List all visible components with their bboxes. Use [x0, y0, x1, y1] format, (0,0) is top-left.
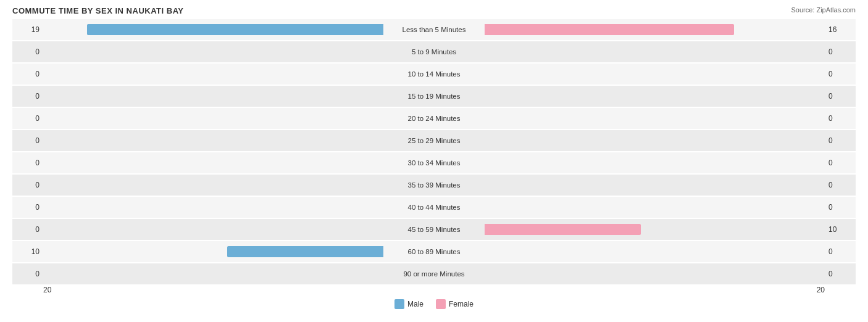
male-bar-wrap	[43, 197, 385, 218]
female-bar	[485, 24, 734, 35]
table-row: 19 Less than 5 Minutes 16	[12, 19, 856, 40]
bars-section: 30 to 34 Minutes	[43, 152, 825, 173]
female-bar-wrap	[483, 219, 825, 240]
male-bar-wrap	[43, 86, 385, 107]
male-value: 0	[12, 114, 43, 123]
row-label: Less than 5 Minutes	[385, 26, 483, 33]
female-bar-wrap	[483, 241, 825, 262]
row-label: 15 to 19 Minutes	[385, 93, 483, 100]
bars-section: 45 to 59 Minutes	[43, 219, 825, 240]
axis-labels: 20 20	[12, 286, 856, 294]
male-bar-wrap	[43, 130, 385, 151]
row-label: 60 to 89 Minutes	[385, 248, 483, 255]
female-value: 0	[825, 203, 856, 212]
table-row: 0 40 to 44 Minutes 0	[12, 197, 856, 218]
bars-section: 20 to 24 Minutes	[43, 108, 825, 129]
legend-female: Female	[436, 299, 474, 309]
table-row: 0 45 to 59 Minutes 10	[12, 219, 856, 240]
row-label: 90 or more Minutes	[385, 270, 483, 278]
male-value: 0	[12, 181, 43, 189]
row-label: 25 to 29 Minutes	[385, 137, 483, 144]
female-bar-wrap	[483, 86, 825, 107]
row-label: 5 to 9 Minutes	[385, 48, 483, 56]
male-bar	[87, 24, 383, 35]
female-value: 16	[825, 25, 856, 34]
male-bar-wrap	[43, 19, 385, 40]
table-row: 0 15 to 19 Minutes 0	[12, 86, 856, 107]
female-bar-wrap	[483, 175, 825, 196]
bars-section: 5 to 9 Minutes	[43, 41, 825, 62]
bars-section: 10 to 14 Minutes	[43, 64, 825, 85]
legend: Male Female	[12, 299, 856, 309]
female-value: 0	[825, 181, 856, 189]
source-label: Source: ZipAtlas.com	[791, 6, 856, 14]
female-bar-wrap	[483, 152, 825, 173]
bars-section: 25 to 29 Minutes	[43, 130, 825, 151]
bars-section: 60 to 89 Minutes	[43, 241, 825, 262]
male-value: 10	[12, 247, 43, 256]
row-label: 40 to 44 Minutes	[385, 204, 483, 211]
row-label: 45 to 59 Minutes	[385, 226, 483, 233]
legend-male-box	[394, 299, 404, 309]
male-value: 0	[12, 92, 43, 101]
bars-section: Less than 5 Minutes	[43, 19, 825, 40]
female-bar-wrap	[483, 19, 825, 40]
legend-female-label: Female	[449, 300, 474, 308]
female-value: 0	[825, 114, 856, 123]
female-value: 0	[825, 247, 856, 256]
female-bar-wrap	[483, 41, 825, 62]
male-bar	[227, 246, 383, 257]
female-bar-wrap	[483, 263, 825, 284]
female-bar	[485, 224, 641, 235]
male-bar-wrap	[43, 175, 385, 196]
male-value: 0	[12, 159, 43, 167]
chart-area: 19 Less than 5 Minutes 16 0 5 to 9 Minut…	[12, 19, 856, 284]
female-value: 0	[825, 159, 856, 167]
female-bar-wrap	[483, 197, 825, 218]
table-row: 0 5 to 9 Minutes 0	[12, 41, 856, 62]
female-value: 10	[825, 225, 856, 234]
legend-female-box	[436, 299, 446, 309]
bars-section: 40 to 44 Minutes	[43, 197, 825, 218]
male-bar-wrap	[43, 263, 385, 284]
male-bar-wrap	[43, 108, 385, 129]
bars-section: 15 to 19 Minutes	[43, 86, 825, 107]
male-bar-wrap	[43, 241, 385, 262]
male-value: 0	[12, 225, 43, 234]
legend-male: Male	[394, 299, 424, 309]
male-bar-wrap	[43, 64, 385, 85]
male-value: 0	[12, 270, 43, 278]
male-value: 19	[12, 25, 43, 34]
female-value: 0	[825, 136, 856, 145]
legend-male-label: Male	[407, 300, 424, 308]
chart-title: COMMUTE TIME BY SEX IN NAUKATI BAY	[12, 6, 856, 15]
table-row: 0 30 to 34 Minutes 0	[12, 152, 856, 173]
chart-container: COMMUTE TIME BY SEX IN NAUKATI BAY Sourc…	[0, 0, 868, 322]
table-row: 0 20 to 24 Minutes 0	[12, 108, 856, 129]
male-value: 0	[12, 203, 43, 212]
male-value: 0	[12, 47, 43, 56]
table-row: 0 25 to 29 Minutes 0	[12, 130, 856, 151]
table-row: 0 90 or more Minutes 0	[12, 263, 856, 284]
female-bar-wrap	[483, 64, 825, 85]
male-value: 0	[12, 136, 43, 145]
row-label: 20 to 24 Minutes	[385, 115, 483, 122]
axis-right: 20	[817, 286, 825, 294]
axis-left: 20	[43, 286, 51, 294]
row-label: 10 to 14 Minutes	[385, 70, 483, 78]
male-value: 0	[12, 70, 43, 78]
male-bar-wrap	[43, 152, 385, 173]
male-bar-wrap	[43, 41, 385, 62]
table-row: 10 60 to 89 Minutes 0	[12, 241, 856, 262]
female-bar-wrap	[483, 130, 825, 151]
female-value: 0	[825, 92, 856, 101]
female-value: 0	[825, 47, 856, 56]
bars-section: 90 or more Minutes	[43, 263, 825, 284]
table-row: 0 10 to 14 Minutes 0	[12, 64, 856, 85]
female-value: 0	[825, 270, 856, 278]
female-value: 0	[825, 70, 856, 78]
bars-section: 35 to 39 Minutes	[43, 175, 825, 196]
row-label: 30 to 34 Minutes	[385, 159, 483, 167]
male-bar-wrap	[43, 219, 385, 240]
female-bar-wrap	[483, 108, 825, 129]
